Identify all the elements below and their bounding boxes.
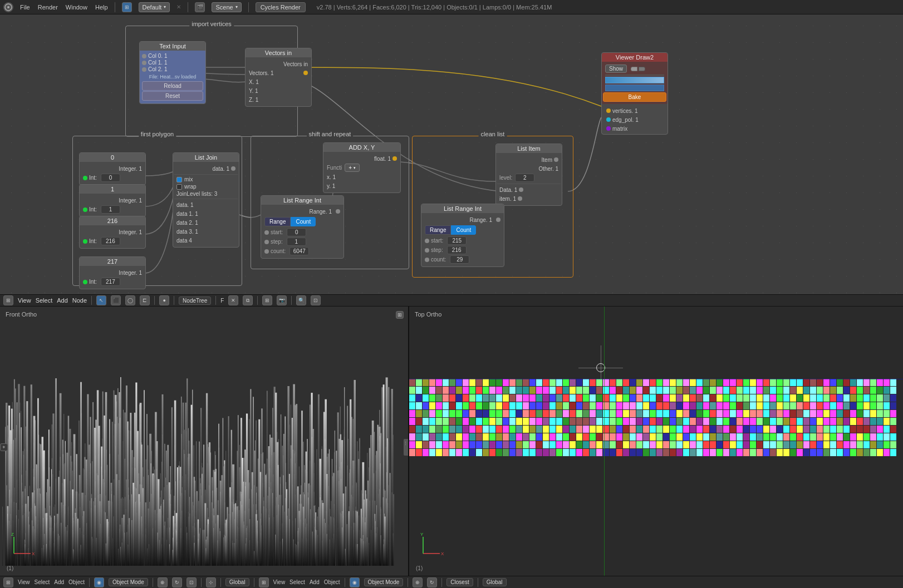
viewport-top: Top Ortho X Y (1) <box>409 307 903 588</box>
bake-button[interactable]: Bake <box>603 92 666 102</box>
vt-manip-icon[interactable]: ⊹ <box>206 577 216 587</box>
count-cl-btn[interactable]: Count <box>451 225 476 235</box>
toolbar-lasso-select[interactable]: ⊏ <box>140 295 150 305</box>
count-socket-cl <box>425 258 429 262</box>
vt-sep3 <box>201 578 202 587</box>
count-val-sar[interactable]: 6047 <box>289 247 309 255</box>
vt2-snap-icon[interactable]: ⊕ <box>413 577 423 587</box>
toolbar-select-icon[interactable]: ↖ <box>96 295 106 305</box>
functi-selector[interactable]: + ▾ <box>345 164 360 172</box>
viewer-color-bar[interactable] <box>605 77 664 83</box>
global-selector[interactable]: Global <box>225 578 249 586</box>
menu-help[interactable]: Help <box>95 4 108 11</box>
toolbar-icon-1[interactable]: ⊞ <box>3 295 13 305</box>
menu-window[interactable]: Window <box>66 4 87 11</box>
show-button[interactable]: Show <box>605 65 627 73</box>
list-item-item-socket <box>554 157 558 162</box>
closest-selector[interactable]: Closest <box>446 578 473 586</box>
vertices-socket <box>606 108 611 113</box>
vt-snap-icon[interactable]: ⊕ <box>158 577 168 587</box>
vt2-mode-icon[interactable]: ◉ <box>350 577 360 587</box>
vt-view[interactable]: View <box>18 579 30 585</box>
viewport-front: Front Ortho X Z (1) ⋮ + ⊞ <box>0 307 409 588</box>
viewport-toolbar: ⊞ View Select Add Object ◉ Object Mode ⊕… <box>0 576 903 588</box>
vt-mode-icon[interactable]: ◉ <box>94 577 104 587</box>
vt-object[interactable]: Object <box>68 579 85 585</box>
mix-checkbox[interactable] <box>176 177 182 182</box>
toolbar-zoom-btn[interactable]: 🔍 <box>296 295 306 305</box>
node-editor: import vertices Text Input Col 0. 1 Col … <box>0 14 903 294</box>
toolbar-sep3 <box>174 296 174 305</box>
toolbar-x-btn[interactable]: ✕ <box>228 295 238 305</box>
list-item-header: List Item <box>496 144 562 153</box>
toolbar-camera-btn[interactable]: 📷 <box>277 295 287 305</box>
vectors-in-header: Vectors in <box>246 48 311 57</box>
object-mode-selector2[interactable]: Object Mode <box>364 578 404 586</box>
toolbar-select[interactable]: Select <box>36 297 53 304</box>
start-val-sar[interactable]: 0 <box>287 228 306 236</box>
top-axes: X Y <box>418 531 445 560</box>
vt-rotate-icon[interactable]: ↻ <box>172 577 182 587</box>
front-side-btn1[interactable]: + <box>0 443 8 451</box>
list-range-int-cl-header: List Range Int <box>421 204 504 213</box>
int216-socket <box>83 239 87 244</box>
workspace-selector[interactable]: Default ▾ <box>139 2 170 12</box>
vt2-rotate-icon[interactable]: ↻ <box>427 577 437 587</box>
workspace-icon[interactable]: ⊞ <box>122 2 132 12</box>
level-val[interactable]: 2 <box>515 174 534 182</box>
scene-selector[interactable]: Scene ▾ <box>212 2 241 12</box>
reset-button[interactable]: Reset <box>142 91 203 101</box>
vt2-object[interactable]: Object <box>324 579 340 585</box>
vt2-sep3 <box>441 578 442 587</box>
menu-file[interactable]: File <box>20 4 30 11</box>
scene-icon: 🎬 <box>195 2 205 12</box>
list-join-node: List Join data. 1 mix wrap JoinLevel lis… <box>173 152 239 248</box>
f-key: F <box>220 298 224 304</box>
int217-value[interactable]: 217 <box>101 278 120 286</box>
start-val-cl[interactable]: 215 <box>447 236 467 245</box>
vt2-add[interactable]: Add <box>310 579 320 585</box>
global-selector2[interactable]: Global <box>483 578 507 586</box>
nodetree-selector[interactable]: NodeTree <box>179 297 211 305</box>
toolbar-add[interactable]: Add <box>57 297 68 304</box>
list-item-node: List Item Item Other. 1 level: 2 Data. 1… <box>495 144 562 206</box>
count-btn[interactable]: Count <box>291 217 316 226</box>
front-corner-icon[interactable]: ⊞ <box>396 311 404 319</box>
vt-select[interactable]: Select <box>35 579 50 585</box>
svg-text:X: X <box>441 551 444 556</box>
vt2-select[interactable]: Select <box>289 579 305 585</box>
range-cl-btn[interactable]: Range <box>425 225 451 235</box>
vt-scale-icon[interactable]: ⊡ <box>187 577 197 587</box>
int217-header: 217 <box>80 257 145 266</box>
count-val-cl[interactable]: 29 <box>450 255 469 264</box>
int1-value[interactable]: 1 <box>101 205 120 214</box>
vt-add[interactable]: Add <box>54 579 64 585</box>
wrap-checkbox[interactable] <box>176 184 182 190</box>
range-btn[interactable]: Range <box>264 217 291 226</box>
toolbar-view[interactable]: View <box>18 297 31 304</box>
int216-value[interactable]: 216 <box>101 237 120 245</box>
vt-icon1[interactable]: ⊞ <box>3 577 13 587</box>
toolbar-copy-btn[interactable]: ⧉ <box>243 295 253 305</box>
toolbar-grid-btn[interactable]: ⊞ <box>262 295 272 305</box>
vt2-sep2 <box>408 578 408 587</box>
viewer-bar1 <box>605 75 664 76</box>
front-counter: (1) <box>7 565 13 571</box>
toolbar-fit-btn[interactable]: ⊡ <box>311 295 321 305</box>
toolbar-border-select[interactable]: ⬛ <box>111 295 121 305</box>
int0-value[interactable]: 0 <box>101 174 120 182</box>
toolbar-render-icon[interactable]: ● <box>159 295 169 305</box>
vt-icon2[interactable]: ⊞ <box>259 577 269 587</box>
object-mode-selector[interactable]: Object Mode <box>109 578 148 586</box>
viewport-info: v2.78 | Verts:6,264 | Faces:6,020 | Tris… <box>317 4 552 11</box>
step-val-sar[interactable]: 1 <box>287 238 306 246</box>
render-engine[interactable]: Cycles Render <box>256 2 306 12</box>
viewport-handle[interactable]: ⋮ <box>404 439 408 456</box>
step-val-cl[interactable]: 216 <box>447 246 467 254</box>
reload-button[interactable]: Reload <box>142 81 203 91</box>
toolbar-circle-select[interactable]: ◯ <box>125 295 135 305</box>
z-out-label: Z. 1 <box>249 97 308 103</box>
vt2-view[interactable]: View <box>273 579 286 585</box>
toolbar-node[interactable]: Node <box>72 297 87 304</box>
menu-render[interactable]: Render <box>38 4 58 11</box>
